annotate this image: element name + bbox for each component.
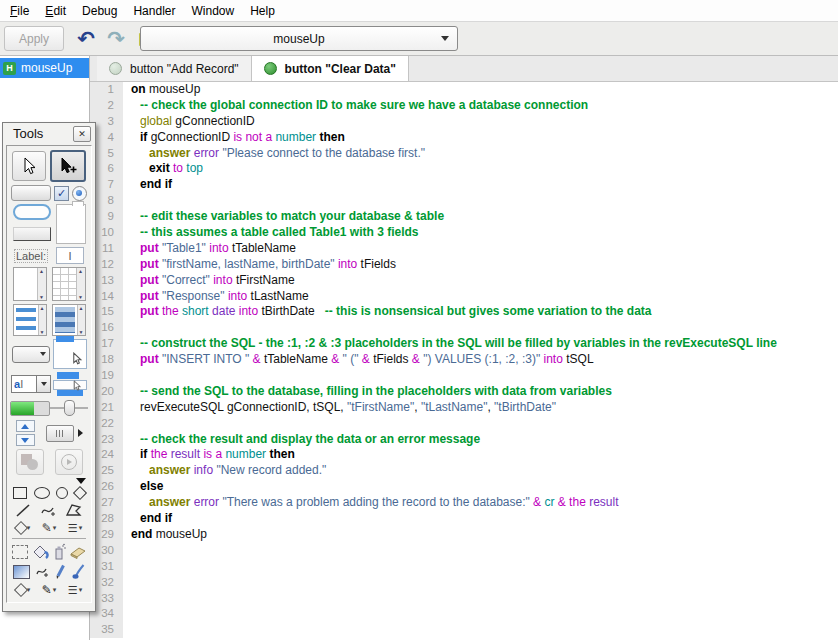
gutter-line-number[interactable]: 2 (90, 98, 123, 114)
gutter-line-number[interactable]: 35 (90, 622, 123, 638)
tab-add-record-button[interactable]: button "Add Record" (97, 56, 252, 81)
pen-color-dropdown[interactable]: ✎▾ (42, 521, 57, 535)
chevron-down-icon (441, 36, 449, 41)
player-tool[interactable] (55, 449, 83, 475)
rect-button-tool[interactable] (13, 227, 51, 241)
code-line: 17-- construct the SQL - the :1, :2 & :3… (90, 336, 838, 352)
menu-help[interactable]: Help (242, 2, 283, 20)
gradient-rect-tool[interactable] (13, 565, 30, 579)
card-tool[interactable] (56, 204, 86, 244)
code-line: 12put "firstName, lastName, birthDate" i… (90, 257, 838, 273)
rectangle-tool[interactable] (13, 487, 27, 499)
apply-button[interactable]: Apply (4, 26, 64, 51)
progress-bar-tool[interactable] (10, 401, 50, 416)
slider-tool[interactable] (50, 399, 88, 417)
combo-arrow-button (36, 376, 50, 392)
code-line: 19 (90, 368, 838, 384)
combobox-tool[interactable]: aI (11, 375, 51, 393)
oval-tool[interactable] (34, 487, 50, 499)
line-style-dropdown[interactable]: ☰▾ (68, 522, 82, 535)
stepper-tool[interactable] (16, 420, 35, 446)
code-line: 34 (90, 606, 838, 622)
datagrid-tool[interactable]: ▲▼ (52, 304, 86, 336)
pencil-tool[interactable] (54, 563, 66, 580)
scrollbar-strip: ▲▼ (37, 268, 46, 300)
option-menu-tool[interactable] (53, 372, 87, 396)
scrollbar-thumb (46, 425, 74, 442)
dropdown-menu-tool[interactable] (12, 346, 50, 363)
browse-tool-button[interactable] (12, 151, 46, 181)
select-marquee-tool[interactable] (12, 545, 28, 559)
paint-pen-dropdown[interactable]: ✎▾ (42, 583, 57, 597)
code-line: 20-- send the SQL to the database, filli… (90, 384, 838, 400)
slider-thumb (64, 400, 75, 416)
redo-icon[interactable]: ↷ (104, 27, 128, 51)
handler-dropdown[interactable]: mouseUp (140, 26, 458, 51)
text-field-tool[interactable]: I (56, 247, 84, 264)
code-line: 4if gConnectionID is not a number then (90, 130, 838, 146)
menu-title-bar (56, 336, 74, 342)
menu-debug[interactable]: Debug (74, 2, 125, 20)
tab-label: button "Clear Data" (285, 62, 396, 76)
label-tool[interactable]: Label: (14, 249, 48, 263)
tools-palette: Tools ✕ ✓ (2, 122, 96, 612)
cursor-icon (72, 380, 82, 392)
script-tab-bar: button "Add Record" button "Clear Data" (90, 56, 838, 82)
graphic-shape (27, 459, 38, 470)
undo-icon[interactable]: ↶ (74, 27, 98, 51)
menu-handler[interactable]: Handler (125, 2, 183, 20)
code-line: 21revExecuteSQL gConnectionID, tSQL, "tF… (90, 400, 838, 416)
spray-can-tool[interactable] (52, 543, 66, 560)
eraser-tool[interactable] (69, 544, 87, 559)
fill-color-dropdown[interactable]: ▾ (16, 523, 31, 533)
fill-bucket-tool[interactable] (31, 543, 49, 560)
button-tool[interactable] (11, 185, 51, 201)
brush-tool[interactable] (71, 563, 85, 580)
code-editor[interactable]: 1on mouseUp2-- check the global connecti… (90, 82, 838, 640)
code-line: 5answer error "Please connect to the dat… (90, 146, 838, 162)
chevron-down-icon (40, 352, 46, 356)
radio-button-tool[interactable] (72, 186, 87, 201)
expander-triangle-icon[interactable] (76, 478, 86, 484)
tools-palette-titlebar[interactable]: Tools ✕ (3, 123, 95, 144)
graphic-tool[interactable] (16, 449, 44, 475)
scrolling-field-tool[interactable]: ▲▼ (13, 267, 47, 301)
tools-palette-title: Tools (13, 126, 73, 141)
handler-icon: H (3, 62, 16, 75)
tab-clear-data-button[interactable]: button "Clear Data" (252, 56, 409, 81)
diamond-tool[interactable] (73, 486, 87, 500)
handler-item-mouseup[interactable]: H mouseUp (0, 58, 89, 78)
code-line: 25answer info "New record added." (90, 463, 838, 479)
menu-file[interactable]: File (2, 2, 37, 20)
list-field-tool[interactable]: ▲▼ (13, 304, 47, 336)
code-line: 33 (90, 591, 838, 607)
circle-tool[interactable] (56, 487, 68, 499)
curve-tool[interactable] (40, 502, 56, 518)
radio-dot (76, 190, 82, 196)
paint-line-dropdown[interactable]: ☰▾ (68, 584, 82, 597)
scrollbar-tool[interactable] (46, 425, 83, 442)
script-status-icon (109, 62, 122, 75)
script-toolbar: Apply ↶ ↷ ▶ mouseUp (0, 22, 838, 56)
gutter-line-number[interactable]: 1 (90, 82, 123, 98)
table-field-tool[interactable]: ▲▼ (52, 267, 86, 301)
close-icon[interactable]: ✕ (73, 126, 91, 142)
tab-label: button "Add Record" (130, 62, 239, 76)
code-line: 24if the result is a number then (90, 447, 838, 463)
code-line: 32 (90, 575, 838, 591)
pointer-arrow-icon (57, 156, 79, 176)
line-tool[interactable] (15, 502, 31, 518)
checkbox-tool[interactable]: ✓ (54, 186, 69, 201)
edit-tool-button[interactable] (50, 150, 86, 182)
menu-tool[interactable] (53, 339, 87, 369)
code-line: 18put "INSERT INTO " & tTableName & " ("… (90, 352, 838, 368)
paint-fill-dropdown[interactable]: ▾ (16, 585, 31, 595)
code-line: 7end if (90, 177, 838, 193)
freehand-curve-tool[interactable] (35, 564, 49, 579)
menu-edit[interactable]: Edit (37, 2, 74, 20)
code-line: 35 (90, 622, 838, 638)
polygon-tool[interactable] (65, 502, 83, 518)
menu-window[interactable]: Window (183, 2, 242, 20)
scrollbar-strip: ▲▼ (38, 305, 46, 335)
default-button-tool[interactable] (13, 204, 51, 220)
